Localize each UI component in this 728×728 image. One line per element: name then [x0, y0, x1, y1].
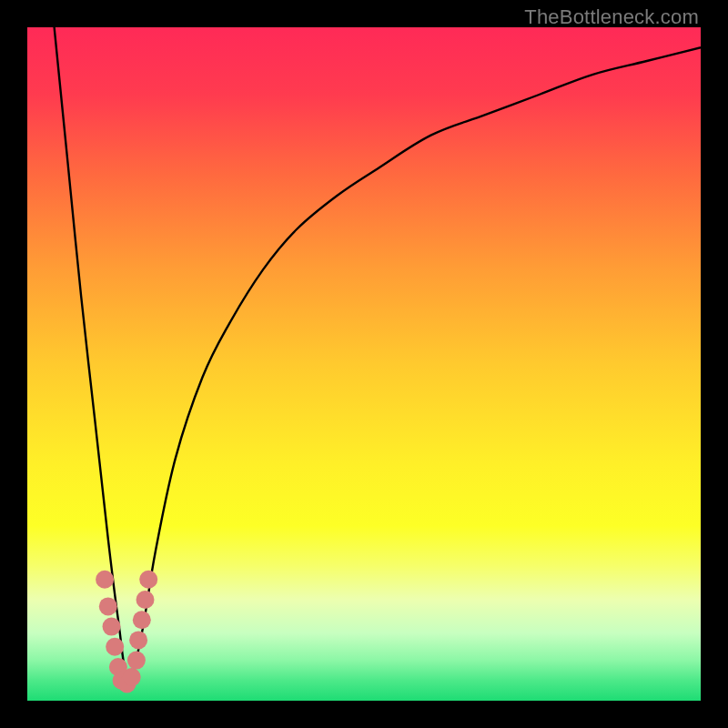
highlight-dot: [123, 668, 141, 686]
highlight-dot: [129, 631, 147, 649]
highlight-dot: [139, 571, 157, 589]
plot-area: [27, 27, 701, 701]
highlight-dot: [133, 611, 151, 629]
highlight-dot: [136, 591, 155, 609]
chart-frame: TheBottleneck.com: [0, 0, 728, 728]
curve-layer: [27, 27, 701, 701]
watermark-text: TheBottleneck.com: [524, 5, 699, 29]
highlight-dot: [103, 618, 121, 636]
highlight-dot: [99, 597, 117, 615]
highlight-dot: [106, 638, 124, 656]
highlight-dot: [96, 571, 114, 589]
highlight-dot: [127, 652, 146, 670]
